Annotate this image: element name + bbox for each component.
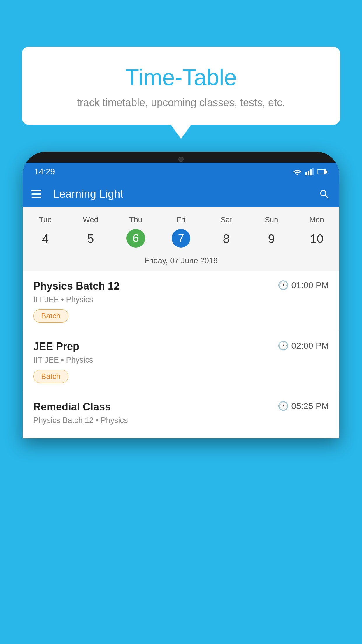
schedule-item-1-title: Physics Batch 12 — [33, 280, 120, 292]
schedule-item-1-time-text: 01:00 PM — [291, 280, 329, 290]
schedule-item-3-header: Remedial Class 🕐 05:25 PM — [33, 401, 329, 413]
battery-icon — [317, 169, 328, 175]
schedule-item-2-subtitle: IIT JEE • Physics — [33, 356, 329, 365]
schedule-item-1[interactable]: Physics Batch 12 🕐 01:00 PM IIT JEE • Ph… — [23, 271, 339, 331]
day-4[interactable]: 4 — [23, 229, 68, 249]
schedule-item-2-time-text: 02:00 PM — [291, 341, 329, 351]
svg-line-9 — [325, 195, 328, 198]
schedule-item-2-header: JEE Prep 🕐 02:00 PM — [33, 340, 329, 353]
day-header-tue: Tue — [23, 213, 68, 227]
schedule-item-1-subtitle: IIT JEE • Physics — [33, 295, 329, 304]
wifi-icon — [293, 168, 302, 175]
day-header-sat: Sat — [204, 213, 249, 227]
svg-rect-7 — [318, 170, 324, 174]
signal-icon — [305, 168, 314, 175]
status-icons — [293, 168, 328, 175]
status-bar: 14:29 — [23, 163, 339, 181]
schedule-item-2-title: JEE Prep — [33, 340, 79, 353]
schedule-item-3-time-text: 05:25 PM — [291, 401, 329, 411]
speech-bubble: Time-Table track timetable, upcoming cla… — [22, 47, 340, 125]
clock-icon-2: 🕐 — [278, 340, 289, 351]
day-7-selected[interactable]: 7 — [172, 229, 190, 248]
svg-rect-4 — [312, 168, 314, 175]
bubble-subtitle: track timetable, upcoming classes, tests… — [36, 97, 326, 109]
day-header-sun: Sun — [249, 213, 294, 227]
schedule-item-3-subtitle: Physics Batch 12 • Physics — [33, 416, 329, 425]
schedule-item-3[interactable]: Remedial Class 🕐 05:25 PM Physics Batch … — [23, 391, 339, 438]
status-time: 14:29 — [34, 167, 55, 176]
schedule-item-1-badge: Batch — [33, 309, 68, 323]
app-title: Learning Light — [53, 188, 309, 200]
phone-mockup: 14:29 — [23, 152, 339, 644]
svg-rect-2 — [308, 171, 309, 175]
schedule-item-3-title: Remedial Class — [33, 401, 111, 413]
clock-icon-3: 🕐 — [278, 401, 289, 411]
day-9[interactable]: 9 — [249, 229, 294, 249]
schedule-item-2-badge: Batch — [33, 370, 68, 383]
phone-frame: 14:29 — [23, 152, 339, 438]
camera-dot — [178, 157, 184, 162]
search-button[interactable] — [318, 188, 331, 200]
phone-top: 14:29 — [23, 152, 339, 181]
day-numbers: 4 5 6 7 8 9 10 — [23, 229, 339, 249]
svg-point-0 — [297, 174, 298, 175]
bubble-title: Time-Table — [36, 64, 326, 91]
day-5[interactable]: 5 — [68, 229, 113, 249]
schedule-item-3-time: 🕐 05:25 PM — [278, 401, 329, 411]
schedule-item-1-time: 🕐 01:00 PM — [278, 280, 329, 290]
day-headers: Tue Wed Thu Fri Sat Sun Mon — [23, 213, 339, 227]
schedule-item-2-time: 🕐 02:00 PM — [278, 340, 329, 351]
clock-icon-1: 🕐 — [278, 280, 289, 290]
day-header-thu: Thu — [113, 213, 158, 227]
day-10[interactable]: 10 — [294, 229, 339, 249]
calendar-strip: Tue Wed Thu Fri Sat Sun Mon 4 5 6 7 8 9 … — [23, 207, 339, 271]
app-header: Learning Light — [23, 181, 339, 207]
day-6-today[interactable]: 6 — [126, 229, 145, 248]
selected-date-label: Friday, 07 June 2019 — [23, 253, 339, 271]
svg-rect-1 — [305, 172, 307, 175]
hamburger-menu-icon[interactable] — [31, 190, 41, 198]
schedule-list: Physics Batch 12 🕐 01:00 PM IIT JEE • Ph… — [23, 271, 339, 438]
day-8[interactable]: 8 — [204, 229, 249, 249]
day-header-wed: Wed — [68, 213, 113, 227]
svg-rect-6 — [326, 171, 327, 173]
schedule-item-2[interactable]: JEE Prep 🕐 02:00 PM IIT JEE • Physics Ba… — [23, 331, 339, 391]
day-header-fri: Fri — [158, 213, 203, 227]
day-header-mon: Mon — [294, 213, 339, 227]
schedule-item-1-header: Physics Batch 12 🕐 01:00 PM — [33, 280, 329, 292]
speech-bubble-container: Time-Table track timetable, upcoming cla… — [22, 47, 340, 125]
svg-rect-3 — [310, 169, 312, 175]
